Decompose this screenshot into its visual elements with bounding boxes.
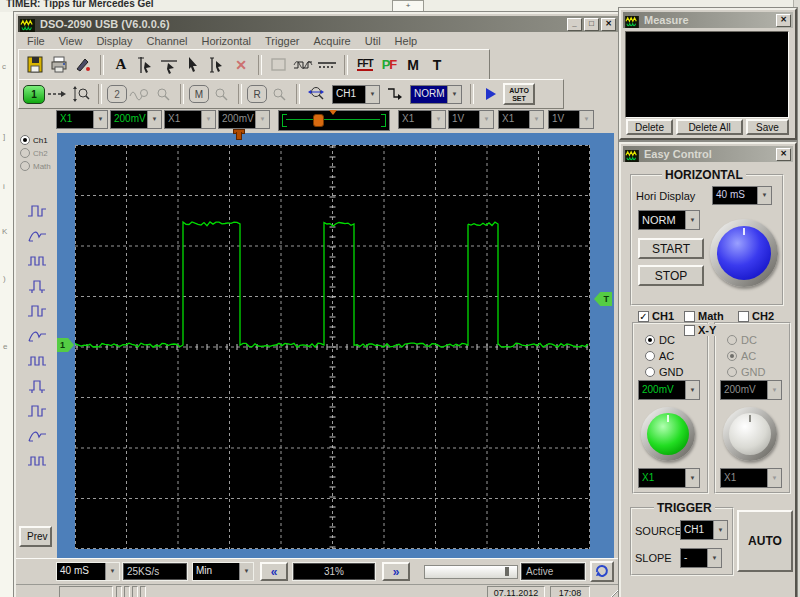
dropdown-arrow-icon[interactable]: ▼ bbox=[713, 521, 727, 539]
menu-acquire[interactable]: Acquire bbox=[313, 35, 350, 47]
arrow-cursor-icon[interactable] bbox=[181, 54, 205, 76]
autoset-button[interactable]: AUTO SET bbox=[503, 83, 535, 105]
dropdown-arrow-icon[interactable]: ▼ bbox=[685, 469, 699, 487]
checkbox-icon[interactable] bbox=[684, 325, 695, 336]
sidebar-radio-math[interactable]: Math bbox=[20, 161, 51, 171]
hori-mode-combo[interactable]: NORM▼ bbox=[638, 210, 700, 230]
trigger-mode-combo[interactable]: NORM ▼ bbox=[410, 85, 462, 104]
ch2-volts-combo-ec[interactable]: 200mV▼ bbox=[720, 380, 782, 400]
menu-horizontal[interactable]: Horizontal bbox=[201, 35, 251, 47]
menu-util[interactable]: Util bbox=[365, 35, 381, 47]
interval-icon[interactable] bbox=[24, 324, 50, 346]
stop-button[interactable]: STOP bbox=[638, 265, 704, 286]
delete-all-button[interactable]: Delete All bbox=[676, 119, 743, 135]
delete-cursor-icon[interactable]: ✕ bbox=[229, 54, 253, 76]
menu-view[interactable]: View bbox=[59, 35, 83, 47]
dropdown-arrow-icon[interactable]: ▼ bbox=[529, 111, 543, 128]
checkbox-icon[interactable] bbox=[738, 311, 749, 322]
trigger-position-marker[interactable] bbox=[232, 129, 244, 141]
ref-button[interactable]: R bbox=[247, 85, 267, 103]
maximize-button[interactable]: □ bbox=[584, 18, 599, 31]
chB-volts-combo[interactable]: 1V▼ bbox=[548, 110, 594, 129]
slider-handle[interactable] bbox=[313, 114, 324, 127]
radio-icon[interactable] bbox=[645, 367, 655, 377]
ch1-probe-combo[interactable]: X1▼ bbox=[56, 110, 108, 129]
radio-icon[interactable] bbox=[645, 335, 655, 345]
ch2-probe-combo-ec[interactable]: X1▼ bbox=[720, 468, 782, 488]
math-enable[interactable]: Math bbox=[684, 310, 724, 322]
radio-icon[interactable] bbox=[727, 351, 737, 361]
dropdown-arrow-icon[interactable]: ▼ bbox=[431, 111, 445, 128]
menu-trigger[interactable]: Trigger bbox=[265, 35, 299, 47]
trigger-position-slider[interactable] bbox=[278, 110, 390, 131]
gap-icon[interactable] bbox=[24, 449, 50, 471]
trigger-source-combo[interactable]: CH1 ▼ bbox=[332, 85, 380, 104]
vertical-zoom-icon[interactable] bbox=[69, 83, 93, 105]
dropdown-arrow-icon[interactable]: ▼ bbox=[201, 111, 215, 128]
vertical-cursor-icon[interactable] bbox=[133, 54, 157, 76]
resize-grip[interactable] bbox=[606, 587, 618, 597]
rise-time-icon[interactable] bbox=[24, 199, 50, 221]
measure-titlebar[interactable]: Measure ✕ bbox=[623, 12, 793, 28]
trigger-level-marker[interactable]: T bbox=[594, 292, 612, 306]
position-icon[interactable] bbox=[45, 83, 69, 105]
print-icon[interactable] bbox=[47, 54, 71, 76]
zoom2-icon[interactable] bbox=[151, 83, 175, 105]
ibeam-cursor-icon[interactable] bbox=[205, 54, 229, 76]
dropdown-arrow-icon[interactable]: ▼ bbox=[365, 86, 379, 103]
start-button[interactable]: START bbox=[638, 238, 704, 259]
acquisition-combo[interactable]: Min▼ bbox=[192, 562, 254, 581]
dropdown-arrow-icon[interactable]: ▼ bbox=[447, 86, 461, 103]
dropdown-arrow-icon[interactable]: ▼ bbox=[685, 211, 699, 229]
trigger-tool-icon[interactable]: T bbox=[425, 54, 449, 76]
dropdown-arrow-icon[interactable]: ▼ bbox=[767, 469, 781, 487]
fft-icon[interactable]: FFT bbox=[353, 54, 377, 76]
ch2-enable[interactable]: CH2 bbox=[738, 310, 774, 322]
pulse-width-icon[interactable] bbox=[24, 249, 50, 271]
text-tool-icon[interactable]: A bbox=[109, 54, 133, 76]
dropdown-arrow-icon[interactable]: ▼ bbox=[757, 187, 771, 204]
chA-probe-combo[interactable]: X1▼ bbox=[398, 110, 446, 129]
sidebar-radio-ch2[interactable]: Ch2 bbox=[20, 148, 48, 158]
close-button[interactable]: ✕ bbox=[776, 148, 791, 161]
ch2-probe-combo[interactable]: X1▼ bbox=[164, 110, 216, 129]
timebase-combo[interactable]: 40 mS▼ bbox=[56, 562, 120, 581]
checkbox-icon[interactable] bbox=[638, 311, 649, 322]
delay-icon[interactable] bbox=[24, 299, 50, 321]
radio-icon[interactable] bbox=[20, 161, 30, 171]
channel2-button[interactable]: 2 bbox=[107, 85, 127, 103]
horizontal-knob[interactable] bbox=[710, 219, 778, 287]
ch1-volts-combo-ec[interactable]: 200mV▼ bbox=[638, 380, 700, 400]
zoom-ref-icon[interactable] bbox=[267, 83, 291, 105]
chB-probe-combo[interactable]: X1▼ bbox=[498, 110, 544, 129]
dropdown-arrow-icon[interactable]: ▼ bbox=[479, 111, 493, 128]
fall-curve-icon[interactable] bbox=[24, 224, 50, 246]
radio-icon[interactable] bbox=[727, 335, 737, 345]
save-icon[interactable] bbox=[23, 54, 47, 76]
slope-icon[interactable] bbox=[383, 83, 407, 105]
pulse-count-icon[interactable] bbox=[24, 374, 50, 396]
scroll-left-button[interactable]: « bbox=[260, 562, 288, 581]
dropdown-arrow-icon[interactable]: ▼ bbox=[685, 381, 699, 399]
ch2-coupling-dc[interactable]: DC bbox=[727, 334, 757, 346]
ch1-coupling-dc[interactable]: DC bbox=[645, 334, 675, 346]
ch2-volts-knob[interactable] bbox=[723, 407, 777, 461]
dropdown-arrow-icon[interactable]: ▼ bbox=[255, 111, 269, 128]
zoom-math-icon[interactable] bbox=[209, 83, 233, 105]
ch1-volts-knob[interactable] bbox=[641, 407, 695, 461]
ch2-coupling-ac[interactable]: AC bbox=[727, 350, 756, 362]
close-button[interactable]: ✕ bbox=[601, 18, 616, 31]
dropdown-arrow-icon[interactable]: ▼ bbox=[707, 549, 721, 567]
math-button[interactable]: M bbox=[189, 85, 209, 103]
burst-icon[interactable] bbox=[24, 424, 50, 446]
duty-cycle-icon[interactable] bbox=[24, 274, 50, 296]
position-slider[interactable] bbox=[424, 565, 518, 579]
menu-file[interactable]: File bbox=[27, 35, 45, 47]
single-pulse-icon[interactable] bbox=[24, 399, 50, 421]
trigger-slope-combo[interactable]: -▼ bbox=[680, 548, 722, 568]
dropdown-arrow-icon[interactable]: ▼ bbox=[579, 111, 593, 128]
checkbox-icon[interactable] bbox=[684, 311, 695, 322]
minimize-button[interactable]: _ bbox=[567, 18, 582, 31]
brush-icon[interactable] bbox=[71, 54, 95, 76]
ch1-coupling-gnd[interactable]: GND bbox=[645, 366, 683, 378]
